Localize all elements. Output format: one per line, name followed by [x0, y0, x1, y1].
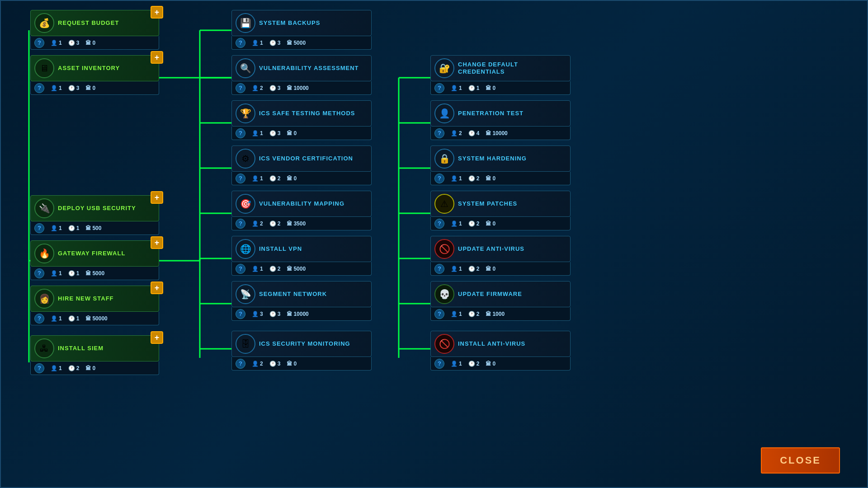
stat-time: 🕐1 — [468, 85, 480, 91]
card-system-patches[interactable]: ⚠ SYSTEM PATCHES ? 👤1 🕐2 🏛0 — [430, 191, 571, 230]
card-ics-security-monitoring[interactable]: 🗄 ICS SECURITY MONITORING ? 👤2 🕐3 🏛0 — [231, 331, 372, 371]
card-ics-vendor-certification[interactable]: ⚙ ICS VENDOR CERTIFICATION ? 👤1 🕐2 🏛0 — [231, 145, 372, 185]
install-siem-icon: 🖧 — [34, 338, 54, 358]
asset-inventory-icon: 🖥 — [34, 58, 54, 78]
segment-network-label: SEGMENT NETWORK — [259, 291, 327, 298]
card-request-budget[interactable]: 💰 REQUEST BUDGET + ? 👤1 🕐3 🏛0 — [30, 10, 159, 50]
stat-cost: 🏛0 — [287, 130, 297, 136]
system-patches-label: SYSTEM PATCHES — [458, 200, 517, 207]
stat-time: 🕐3 — [269, 130, 281, 136]
hire-new-staff-help[interactable]: ? — [34, 314, 44, 324]
card-penetration-test[interactable]: 👤 PENETRATION TEST ? 👤2 🕐4 🏛10000 — [430, 100, 571, 140]
card-install-vpn[interactable]: 🌐 INSTALL VPN ? 👤1 🕐2 🏛5000 — [231, 236, 372, 276]
stat-cost: 🏛0 — [85, 40, 95, 46]
stat-time: 🕐4 — [468, 130, 480, 136]
install-siem-label: INSTALL SIEM — [58, 345, 104, 352]
stat-people: 👤1 — [451, 175, 462, 182]
penetration-test-help[interactable]: ? — [434, 128, 444, 138]
update-anti-virus-help[interactable]: ? — [434, 264, 444, 274]
card-ics-safe-testing[interactable]: 🏆 ICS SAFE TESTING METHODS ? 👤1 🕐3 🏛0 — [231, 100, 372, 140]
install-siem-plus[interactable]: + — [151, 331, 163, 344]
card-segment-network[interactable]: 📡 SEGMENT NETWORK ? 👤3 🕐3 🏛10000 — [231, 281, 372, 321]
segment-network-help[interactable]: ? — [236, 309, 245, 319]
card-deploy-usb-security[interactable]: 🔌 DEPLOY USB SECURITY + ? 👤1 🕐1 🏛500 — [30, 195, 159, 235]
stat-cost: 🏛0 — [85, 85, 95, 91]
system-backups-label: SYSTEM BACKUPS — [259, 19, 320, 27]
card-change-default-credentials[interactable]: 🔐 CHANGE DEFAULT CREDENTIALS ? 👤1 🕐1 🏛0 — [430, 55, 571, 95]
install-siem-help[interactable]: ? — [34, 363, 44, 373]
system-hardening-label: SYSTEM HARDENING — [458, 155, 527, 162]
install-vpn-help[interactable]: ? — [236, 264, 245, 274]
request-budget-label: REQUEST BUDGET — [58, 19, 119, 27]
request-budget-help[interactable]: ? — [34, 38, 44, 48]
stat-time: 🕐2 — [468, 311, 480, 317]
stat-cost: 🏛5000 — [287, 266, 306, 272]
card-system-backups[interactable]: 💾 SYSTEM BACKUPS ? 👤1 🕐3 🏛5000 — [231, 10, 372, 50]
vulnerability-mapping-icon: 🎯 — [236, 194, 255, 214]
vulnerability-assessment-help[interactable]: ? — [236, 83, 245, 93]
card-vulnerability-mapping[interactable]: 🎯 VULNERABILITY MAPPING ? 👤2 🕐2 🏛3500 — [231, 191, 372, 230]
stat-time: 🕐2 — [468, 175, 480, 182]
stat-cost: 🏛10000 — [287, 85, 308, 91]
card-update-firmware[interactable]: 💀 UPDATE FIRMWARE ? 👤1 🕐2 🏛1000 — [430, 281, 571, 321]
hire-new-staff-label: HIRE NEW STAFF — [58, 295, 114, 302]
card-vulnerability-assessment[interactable]: 🔍 VULNERABILITY ASSESSMENT ? 👤2 🕐3 🏛1000… — [231, 55, 372, 95]
change-default-credentials-label: CHANGE DEFAULT CREDENTIALS — [458, 61, 566, 75]
stat-time: 🕐2 — [468, 221, 480, 227]
request-budget-plus[interactable]: + — [151, 6, 163, 19]
hire-new-staff-plus[interactable]: + — [151, 282, 163, 294]
stat-time: 🕐3 — [269, 85, 281, 91]
install-anti-virus-label: INSTALL ANTI-VIRUS — [458, 340, 525, 347]
card-system-hardening[interactable]: 🔒 SYSTEM HARDENING ? 👤1 🕐2 🏛0 — [430, 145, 571, 185]
stat-cost: 🏛500 — [85, 225, 101, 231]
ics-vendor-cert-icon: ⚙ — [236, 149, 255, 169]
deploy-usb-help[interactable]: ? — [34, 223, 44, 233]
ics-security-monitoring-help[interactable]: ? — [236, 359, 245, 369]
stat-time: 🕐3 — [269, 361, 281, 367]
stat-time: 🕐1 — [68, 225, 80, 231]
gateway-firewall-plus[interactable]: + — [151, 236, 163, 249]
stat-people: 👤1 — [51, 225, 62, 231]
card-gateway-firewall[interactable]: 🔥 GATEWAY FIREWALL + ? 👤1 🕐1 🏛5000 — [30, 240, 159, 280]
deploy-usb-icon: 🔌 — [34, 198, 54, 218]
stat-time: 🕐3 — [68, 85, 80, 91]
update-anti-virus-icon: 🚫 — [434, 239, 454, 259]
asset-inventory-plus[interactable]: + — [151, 51, 163, 64]
card-update-anti-virus[interactable]: 🚫 UPDATE ANTI-VIRUS ? 👤1 🕐2 🏛0 — [430, 236, 571, 276]
ics-safe-testing-label: ICS SAFE TESTING METHODS — [259, 110, 355, 117]
change-default-credentials-help[interactable]: ? — [434, 83, 444, 93]
deploy-usb-plus[interactable]: + — [151, 191, 163, 204]
stat-cost: 🏛0 — [287, 361, 297, 367]
install-anti-virus-help[interactable]: ? — [434, 359, 444, 369]
system-hardening-help[interactable]: ? — [434, 174, 444, 183]
gateway-firewall-help[interactable]: ? — [34, 268, 44, 278]
card-install-anti-virus[interactable]: 🚫 INSTALL ANTI-VIRUS ? 👤1 🕐2 🏛0 — [430, 331, 571, 371]
update-firmware-label: UPDATE FIRMWARE — [458, 291, 522, 298]
asset-inventory-help[interactable]: ? — [34, 83, 44, 93]
stat-people: 👤1 — [451, 266, 462, 272]
ics-safe-testing-icon: 🏆 — [236, 103, 255, 123]
card-install-siem[interactable]: 🖧 INSTALL SIEM + ? 👤1 🕐2 🏛0 — [30, 335, 159, 375]
stat-cost: 🏛0 — [486, 266, 495, 272]
vulnerability-assessment-label: VULNERABILITY ASSESSMENT — [259, 65, 359, 72]
stat-cost: 🏛50000 — [85, 315, 107, 322]
vulnerability-mapping-help[interactable]: ? — [236, 219, 245, 229]
stat-people: 👤1 — [252, 130, 263, 136]
close-button[interactable]: CLOSE — [761, 447, 840, 474]
update-firmware-help[interactable]: ? — [434, 309, 444, 319]
stat-time: 🕐2 — [68, 365, 80, 371]
ics-safe-testing-help[interactable]: ? — [236, 128, 245, 138]
system-patches-help[interactable]: ? — [434, 219, 444, 229]
card-hire-new-staff[interactable]: 👩 HIRE NEW STAFF + ? 👤1 🕐1 🏛50000 — [30, 286, 159, 325]
ics-security-monitoring-label: ICS SECURITY MONITORING — [259, 340, 350, 347]
card-asset-inventory[interactable]: 🖥 ASSET INVENTORY + ? 👤1 🕐3 🏛0 — [30, 55, 159, 95]
system-backups-help[interactable]: ? — [236, 38, 245, 48]
install-anti-virus-icon: 🚫 — [434, 334, 454, 354]
ics-vendor-cert-help[interactable]: ? — [236, 174, 245, 183]
stat-people: 👤1 — [252, 40, 263, 46]
stat-people: 👤2 — [252, 361, 263, 367]
stat-cost: 🏛10000 — [287, 311, 308, 317]
stat-cost: 🏛0 — [486, 175, 495, 182]
system-backups-icon: 💾 — [236, 13, 255, 33]
stat-people: 👤1 — [451, 311, 462, 317]
